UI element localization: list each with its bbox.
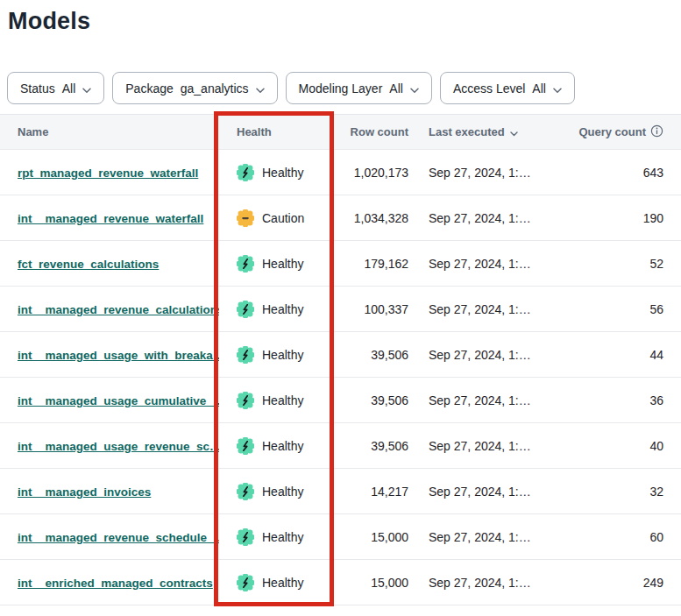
query-count-value: 60: [562, 530, 681, 544]
row-count-value: 39,506: [335, 393, 408, 407]
column-header-label: Query count: [578, 125, 646, 138]
last-executed-value: Sep 27, 2024, 1:…: [408, 485, 562, 499]
health-label: Healthy: [262, 393, 303, 407]
row-count-value: 39,506: [335, 439, 408, 453]
health-label: Healthy: [262, 530, 303, 544]
table-row: rpt_managed_revenue_waterfall: [0, 150, 681, 195]
health-label: Healthy: [262, 348, 303, 362]
healthy-status-icon: [237, 164, 254, 181]
filter-value: All: [389, 81, 403, 96]
row-count-value: 100,337: [335, 302, 408, 316]
chevron-down-icon: [410, 82, 419, 96]
filter-bar: Status All Package ga_analytics Modeling…: [7, 72, 674, 104]
access-level-filter[interactable]: Access Level All: [440, 72, 575, 104]
chevron-down-icon: [553, 82, 562, 96]
model-name-link[interactable]: int__managed_usage_revenue_sc…: [18, 440, 219, 453]
model-name-link[interactable]: int__managed_invoices: [18, 485, 151, 499]
health-label: Healthy: [262, 485, 303, 499]
last-executed-value: Sep 27, 2024, 1:…: [408, 439, 562, 453]
healthy-status-icon: [237, 437, 254, 455]
health-cell: Caution: [219, 209, 335, 227]
health-label: Healthy: [262, 166, 303, 180]
filter-value: All: [62, 81, 76, 96]
table-row: int__managed_usage_revenue_sc…: [0, 423, 681, 469]
health-cell: Healthy: [219, 255, 335, 273]
health-label: Healthy: [262, 439, 303, 453]
health-cell: Healthy: [219, 164, 335, 181]
sort-chevron-down-icon: [510, 126, 518, 139]
healthy-status-icon: [237, 392, 254, 409]
filter-value: ga_analytics: [181, 81, 249, 96]
column-header-query-count[interactable]: Query count: [562, 124, 681, 140]
table-row: int__managed_revenue_calculations: [0, 287, 681, 332]
filter-label: Package: [125, 81, 173, 96]
health-cell: Healthy: [219, 346, 335, 364]
health-label: Healthy: [262, 576, 303, 590]
filter-label: Modeling Layer: [299, 81, 383, 96]
filter-label: Access Level: [453, 81, 525, 96]
row-count-value: 39,506: [335, 348, 408, 362]
health-label: Healthy: [262, 302, 303, 316]
column-header-health[interactable]: Health: [219, 125, 335, 138]
health-cell: Healthy: [219, 483, 335, 500]
row-count-value: 1,034,328: [335, 211, 408, 225]
column-header-last-executed[interactable]: Last executed: [408, 124, 562, 139]
last-executed-value: Sep 27, 2024, 1:…: [408, 393, 562, 407]
table-row: int__managed_invoices: [0, 469, 681, 514]
chevron-down-icon: [82, 82, 91, 96]
health-cell: Healthy: [219, 392, 335, 409]
health-label: Caution: [262, 211, 304, 225]
package-filter[interactable]: Package ga_analytics: [112, 72, 277, 104]
last-executed-value: Sep 27, 2024, 1:…: [408, 576, 562, 590]
table-row: int__managed_revenue_schedule_…: [0, 514, 681, 560]
health-label: Healthy: [262, 257, 303, 271]
query-count-value: 56: [562, 302, 681, 316]
query-count-value: 643: [562, 166, 681, 180]
table-row: fct_revenue_calculations: [0, 241, 681, 287]
query-count-value: 249: [562, 576, 681, 590]
info-icon[interactable]: [650, 124, 663, 140]
model-name-link[interactable]: rpt_managed_revenue_waterfall: [18, 166, 198, 180]
last-executed-value: Sep 27, 2024, 1:…: [408, 257, 562, 271]
row-count-value: 15,000: [335, 530, 408, 544]
healthy-status-icon: [237, 301, 254, 318]
model-name-link[interactable]: int__managed_revenue_calculations: [18, 303, 219, 316]
model-name-link[interactable]: int__managed_revenue_schedule_…: [18, 531, 219, 544]
model-name-link[interactable]: int__managed_usage_cumulative_…: [18, 394, 219, 407]
caution-status-icon: [237, 209, 254, 227]
health-cell: Healthy: [219, 437, 335, 455]
query-count-value: 190: [562, 211, 681, 225]
modeling-layer-filter[interactable]: Modeling Layer All: [286, 72, 432, 104]
models-table: Name Health Row count Last executed Quer…: [0, 114, 681, 605]
query-count-value: 52: [562, 257, 681, 271]
page-title: Models: [8, 7, 681, 35]
table-row: int__managed_revenue_waterfall: [0, 195, 681, 241]
health-cell: Healthy: [219, 301, 335, 318]
query-count-value: 36: [562, 393, 681, 407]
table-header-row: Name Health Row count Last executed Quer…: [0, 114, 681, 150]
healthy-status-icon: [237, 346, 254, 364]
column-header-name[interactable]: Name: [0, 125, 219, 138]
healthy-status-icon: [237, 528, 254, 546]
table-body: rpt_managed_revenue_waterfall: [0, 150, 681, 605]
last-executed-value: Sep 27, 2024, 1:…: [408, 530, 562, 544]
query-count-value: 44: [562, 348, 681, 362]
table-row: int__managed_usage_with_breaka…: [0, 332, 681, 378]
healthy-status-icon: [237, 574, 254, 591]
row-count-value: 1,020,173: [335, 166, 408, 180]
model-name-link[interactable]: int__managed_usage_with_breaka…: [18, 349, 219, 362]
status-filter[interactable]: Status All: [7, 72, 104, 104]
chevron-down-icon: [256, 82, 265, 96]
query-count-value: 32: [562, 485, 681, 499]
column-header-row-count[interactable]: Row count: [335, 125, 408, 138]
model-name-link[interactable]: int__managed_revenue_waterfall: [18, 212, 203, 225]
healthy-status-icon: [237, 483, 254, 500]
model-name-link[interactable]: fct_revenue_calculations: [18, 258, 159, 271]
last-executed-value: Sep 27, 2024, 1:…: [408, 302, 562, 316]
healthy-status-icon: [237, 255, 254, 273]
model-name-link[interactable]: int__enriched_managed_contracts: [18, 577, 213, 590]
health-cell: Healthy: [219, 574, 335, 591]
row-count-value: 179,162: [335, 257, 408, 271]
filter-value: All: [532, 81, 546, 96]
row-count-value: 14,217: [335, 485, 408, 499]
